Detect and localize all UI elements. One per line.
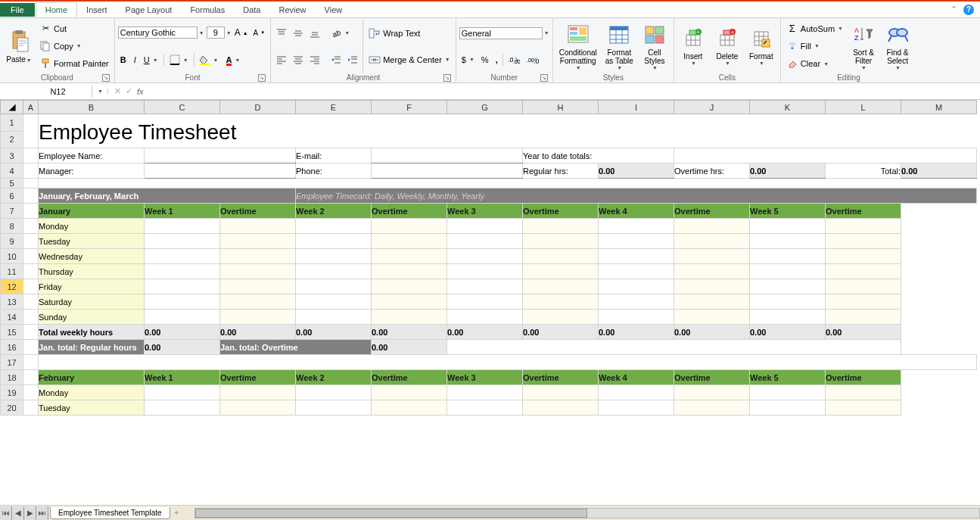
font-size-dropdown[interactable]: ▼ <box>226 30 232 36</box>
col-header[interactable]: I <box>599 101 674 114</box>
row-header[interactable]: 5 <box>1 179 23 188</box>
find-select-button[interactable]: Find & Select▼ <box>882 20 913 73</box>
cell[interactable] <box>447 249 523 264</box>
sort-filter-button[interactable]: AZ Sort & Filter▼ <box>848 20 879 73</box>
cell[interactable] <box>599 294 674 310</box>
cell[interactable] <box>447 400 523 416</box>
increase-font-button[interactable]: A▲ <box>232 26 250 39</box>
format-cells-button[interactable]: Format▼ <box>745 20 777 73</box>
total-weekly-value[interactable]: 0.00 <box>372 325 447 340</box>
cell[interactable] <box>826 249 901 264</box>
row-header[interactable]: 12 <box>1 279 23 294</box>
row-header[interactable]: 10 <box>1 249 23 264</box>
font-size-input[interactable] <box>207 26 225 39</box>
tab-formulas[interactable]: Formulas <box>181 3 234 17</box>
cell[interactable] <box>674 310 750 325</box>
cell[interactable] <box>599 264 674 279</box>
cell[interactable] <box>523 310 599 325</box>
help-icon[interactable]: ? <box>963 5 974 15</box>
cell[interactable] <box>145 385 220 400</box>
cell[interactable] <box>674 279 750 294</box>
fill-button[interactable]: Fill▼ <box>784 39 845 53</box>
cell[interactable] <box>750 219 826 234</box>
tab-review[interactable]: Review <box>269 3 315 17</box>
clipboard-launcher[interactable]: ↘ <box>102 74 110 82</box>
employee-name-field[interactable] <box>145 148 296 163</box>
cell[interactable] <box>145 219 220 234</box>
cell[interactable] <box>296 294 372 310</box>
cell[interactable] <box>750 264 826 279</box>
row-header[interactable]: 6 <box>1 188 23 204</box>
cell[interactable] <box>296 279 372 294</box>
orientation-button[interactable]: ab▼ <box>328 27 352 39</box>
manager-field[interactable] <box>145 163 296 179</box>
number-launcher[interactable]: ↘ <box>540 74 548 82</box>
cell[interactable] <box>750 294 826 310</box>
cell[interactable] <box>447 294 523 310</box>
format-painter-button[interactable]: Format Painter <box>37 57 111 70</box>
cell[interactable] <box>750 234 826 249</box>
select-all-corner[interactable]: ◢ <box>1 101 23 114</box>
row-header[interactable]: 19 <box>1 385 23 400</box>
cell[interactable] <box>674 249 750 264</box>
cell[interactable] <box>372 234 447 249</box>
total-weekly-value[interactable]: 0.00 <box>674 325 750 340</box>
col-header[interactable]: M <box>901 101 977 114</box>
increase-decimal-button[interactable]: .0.00 <box>506 54 522 65</box>
cell[interactable] <box>599 249 674 264</box>
total-weekly-value[interactable]: 0.00 <box>750 325 826 340</box>
tab-page-layout[interactable]: Page Layout <box>117 3 182 17</box>
row-header[interactable]: 2 <box>1 131 23 148</box>
phone-field[interactable] <box>372 163 523 179</box>
cell[interactable] <box>750 400 826 416</box>
cell[interactable] <box>145 400 220 416</box>
accounting-button[interactable]: $▼ <box>459 54 477 65</box>
total-value[interactable]: 0.00 <box>901 163 977 179</box>
col-header[interactable]: E <box>296 101 372 114</box>
cell[interactable] <box>220 294 296 310</box>
total-weekly-value[interactable]: 0.00 <box>296 325 372 340</box>
cell[interactable] <box>750 310 826 325</box>
last-sheet-button[interactable]: ⏭ <box>36 506 48 520</box>
cell[interactable] <box>372 385 447 400</box>
cell[interactable] <box>220 310 296 325</box>
col-header[interactable]: A <box>23 101 39 114</box>
cell[interactable] <box>220 385 296 400</box>
row-header[interactable]: 15 <box>1 325 23 340</box>
new-sheet-button[interactable]: ✦ <box>173 509 179 517</box>
reg-hrs-value[interactable]: 0.00 <box>599 163 674 179</box>
col-header[interactable]: F <box>372 101 447 114</box>
cell[interactable] <box>826 294 901 310</box>
fill-color-button[interactable]: ▼ <box>198 54 221 66</box>
borders-button[interactable]: ▼ <box>167 54 191 66</box>
cell[interactable] <box>447 264 523 279</box>
cell[interactable] <box>523 385 599 400</box>
cell[interactable] <box>599 385 674 400</box>
cell[interactable] <box>826 264 901 279</box>
cell[interactable] <box>599 400 674 416</box>
tab-data[interactable]: Data <box>234 3 269 17</box>
col-header[interactable]: H <box>523 101 599 114</box>
row-header[interactable]: 4 <box>1 163 23 179</box>
tab-view[interactable]: View <box>316 3 352 17</box>
row-header[interactable]: 11 <box>1 264 23 279</box>
cell[interactable] <box>372 294 447 310</box>
cell[interactable] <box>523 264 599 279</box>
total-weekly-value[interactable]: 0.00 <box>826 325 901 340</box>
cell[interactable] <box>447 279 523 294</box>
cell[interactable] <box>674 294 750 310</box>
merge-center-button[interactable]: Merge & Center▼ <box>366 53 453 67</box>
col-header[interactable]: L <box>826 101 901 114</box>
cell[interactable] <box>523 249 599 264</box>
font-name-dropdown[interactable]: ▼ <box>199 30 204 36</box>
tab-insert[interactable]: Insert <box>77 3 117 17</box>
cancel-formula-icon[interactable]: ✕ <box>114 86 121 96</box>
number-format-input[interactable] <box>459 27 543 39</box>
cell[interactable] <box>599 219 674 234</box>
row-header[interactable]: 18 <box>1 370 23 385</box>
cell[interactable] <box>523 294 599 310</box>
total-weekly-value[interactable]: 0.00 <box>220 325 296 340</box>
cell[interactable] <box>296 264 372 279</box>
name-box-dropdown[interactable]: ▼ <box>93 89 108 94</box>
email-field[interactable] <box>372 148 523 163</box>
